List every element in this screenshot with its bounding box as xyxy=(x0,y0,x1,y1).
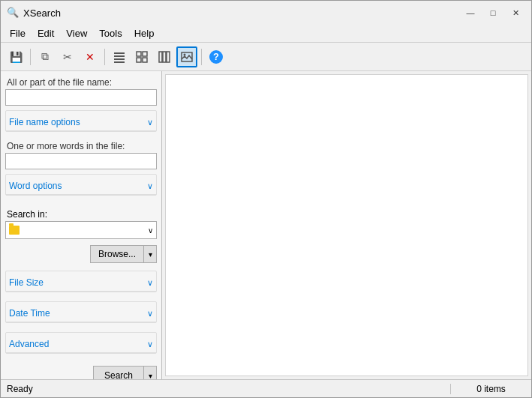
status-bar: Ready 0 items xyxy=(1,379,531,397)
folder-icon xyxy=(9,226,20,235)
svg-rect-9 xyxy=(163,52,166,62)
close-button[interactable]: ✕ xyxy=(506,4,525,21)
tile-view-icon xyxy=(158,51,170,63)
file-size-header[interactable]: File Size ∨ xyxy=(6,274,156,292)
search-in-combo-inner xyxy=(9,226,20,235)
status-items: 0 items xyxy=(450,384,525,394)
window-controls: — □ ✕ xyxy=(461,4,525,21)
filename-label: All or part of the file name: xyxy=(5,77,157,88)
copy-icon: ⧉ xyxy=(41,50,49,63)
search-in-group: Search in: ∨ xyxy=(5,205,157,239)
word-label: One or more words in the file: xyxy=(5,141,157,151)
main-window: 🔍 XSearch — □ ✕ File Edit View Tools Hel… xyxy=(0,0,532,398)
svg-rect-4 xyxy=(137,52,141,56)
menu-tools[interactable]: Tools xyxy=(93,26,128,40)
date-time-header[interactable]: Date Time ∨ xyxy=(6,305,156,322)
browse-row: Browse... ▾ xyxy=(5,245,157,263)
minimize-button[interactable]: — xyxy=(461,4,480,21)
delete-button[interactable]: ✕ xyxy=(80,46,101,67)
cut-icon: ✂ xyxy=(63,51,72,63)
svg-rect-6 xyxy=(137,58,141,62)
left-panel: All or part of the file name: File name … xyxy=(1,71,162,379)
date-time-label: Date Time xyxy=(9,308,50,319)
date-time-chevron: ∨ xyxy=(147,309,153,319)
menu-file[interactable]: File xyxy=(4,26,32,40)
menu-edit[interactable]: Edit xyxy=(32,26,60,40)
status-ready: Ready xyxy=(7,384,33,394)
date-time-section: Date Time ∨ xyxy=(5,301,157,323)
cut-button[interactable]: ✂ xyxy=(57,46,78,67)
file-size-label: File Size xyxy=(9,277,44,288)
list-view2-button[interactable] xyxy=(131,46,152,67)
search-dropdown-icon: ▾ xyxy=(149,372,152,380)
filename-field-group: All or part of the file name: xyxy=(5,77,157,106)
browse-dropdown-icon: ▾ xyxy=(149,250,152,259)
advanced-header[interactable]: Advanced ∨ xyxy=(6,336,156,353)
list-view2-icon xyxy=(136,51,148,63)
window-title: XSearch xyxy=(23,7,461,19)
svg-rect-2 xyxy=(114,58,125,60)
svg-rect-10 xyxy=(167,52,170,62)
combo-chevron: ∨ xyxy=(148,226,153,235)
app-icon: 🔍 xyxy=(7,7,19,19)
menu-bar: File Edit View Tools Help xyxy=(1,25,531,43)
browse-button[interactable]: Browse... xyxy=(90,245,143,263)
search-button-row: Search ▾ xyxy=(5,366,157,379)
title-bar: 🔍 XSearch — □ ✕ xyxy=(1,1,531,25)
filename-options-chevron: ∨ xyxy=(147,118,153,127)
svg-rect-7 xyxy=(143,58,147,62)
help-icon: ? xyxy=(209,50,223,64)
filename-options-header[interactable]: File name options ∨ xyxy=(6,114,156,131)
tile-view-button[interactable] xyxy=(154,46,175,67)
file-size-section: File Size ∨ xyxy=(5,271,157,292)
search-button[interactable]: Search xyxy=(93,366,143,379)
advanced-label: Advanced xyxy=(9,339,49,349)
svg-rect-0 xyxy=(114,52,125,54)
word-options-chevron: ∨ xyxy=(147,181,153,191)
word-options-section: Word options ∨ xyxy=(5,174,157,196)
results-panel xyxy=(165,74,528,376)
search-in-combo[interactable]: ∨ xyxy=(5,221,157,239)
advanced-section: Advanced ∨ xyxy=(5,332,157,354)
filename-options-label: File name options xyxy=(9,117,80,127)
content-area: All or part of the file name: File name … xyxy=(1,71,531,379)
filename-input[interactable] xyxy=(5,89,157,106)
list-view1-button[interactable] xyxy=(109,46,130,67)
image-view-button[interactable] xyxy=(176,46,197,67)
svg-rect-1 xyxy=(114,55,125,57)
word-options-header[interactable]: Word options ∨ xyxy=(6,178,156,195)
toolbar-separator-2 xyxy=(104,49,105,65)
maximize-button[interactable]: □ xyxy=(483,4,503,21)
search-in-label: Search in: xyxy=(5,209,157,220)
file-size-chevron: ∨ xyxy=(147,278,153,288)
delete-icon: ✕ xyxy=(86,51,95,63)
word-input[interactable] xyxy=(5,153,157,169)
word-field-group: One or more words in the file: xyxy=(5,141,157,169)
toolbar: 💾 ⧉ ✂ ✕ xyxy=(1,43,531,71)
search-dropdown-button[interactable]: ▾ xyxy=(143,366,157,379)
save-icon: 💾 xyxy=(10,51,23,63)
svg-rect-3 xyxy=(114,61,125,63)
toolbar-separator-1 xyxy=(30,49,31,65)
svg-point-12 xyxy=(184,53,186,55)
menu-help[interactable]: Help xyxy=(128,26,161,40)
filename-options-section: File name options ∨ xyxy=(5,110,157,132)
image-view-icon xyxy=(181,51,193,63)
advanced-chevron: ∨ xyxy=(147,340,153,349)
copy-button[interactable]: ⧉ xyxy=(35,46,56,67)
menu-view[interactable]: View xyxy=(60,26,93,40)
word-options-label: Word options xyxy=(9,181,62,191)
help-button[interactable]: ? xyxy=(206,46,227,67)
svg-rect-8 xyxy=(159,52,162,62)
toolbar-separator-3 xyxy=(201,49,202,65)
save-button[interactable]: 💾 xyxy=(5,46,26,67)
list-view1-icon xyxy=(113,51,125,63)
browse-dropdown-button[interactable]: ▾ xyxy=(143,245,157,263)
svg-rect-5 xyxy=(143,52,147,56)
